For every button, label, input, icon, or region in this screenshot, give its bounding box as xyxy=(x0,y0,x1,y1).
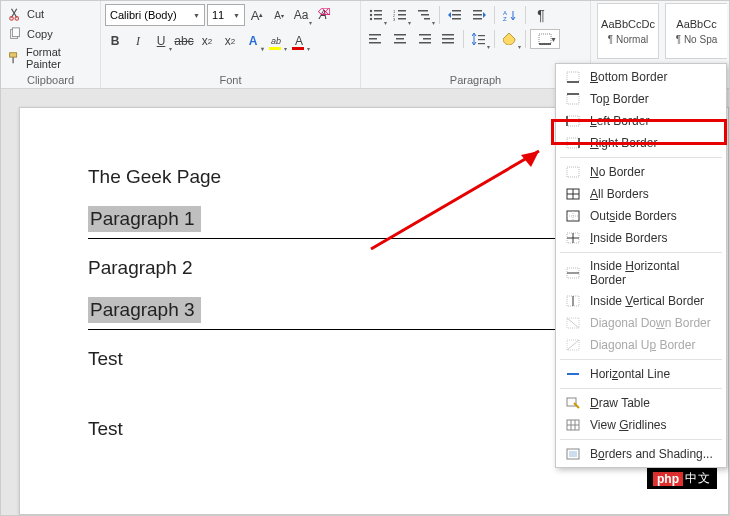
svg-rect-30 xyxy=(369,38,377,40)
menu-inside-borders[interactable]: Inside Borders xyxy=(556,227,726,249)
watermark-cn: 中文 xyxy=(685,470,711,487)
copy-icon xyxy=(7,26,23,42)
svg-rect-20 xyxy=(424,18,430,20)
menu-label: Borders and Shading... xyxy=(590,447,713,461)
underline-button[interactable]: U xyxy=(151,31,171,51)
strikethrough-button[interactable]: abc xyxy=(174,31,194,51)
menu-horizontal-line[interactable]: Horizontal Line xyxy=(556,363,726,385)
multilevel-list-button[interactable] xyxy=(413,5,435,25)
menu-left-border[interactable]: Left Border xyxy=(556,110,726,132)
svg-rect-38 xyxy=(442,34,454,36)
sort-button[interactable]: AZ xyxy=(499,5,521,25)
line-spacing-button[interactable] xyxy=(468,29,490,49)
borders-button[interactable]: ▼ xyxy=(530,29,560,49)
bullets-button[interactable] xyxy=(365,5,387,25)
grow-font-button[interactable]: A▴ xyxy=(247,5,267,25)
borders-shading-icon xyxy=(564,446,582,462)
right-border-icon xyxy=(564,135,582,151)
format-painter-icon xyxy=(7,50,22,66)
decrease-indent-button[interactable] xyxy=(444,5,466,25)
svg-rect-43 xyxy=(478,43,485,44)
menu-draw-table[interactable]: Draw Table xyxy=(556,392,726,414)
svg-rect-52 xyxy=(567,138,579,148)
superscript-button[interactable]: x2 xyxy=(220,31,240,51)
shading-button[interactable] xyxy=(499,29,521,49)
menu-inside-vertical[interactable]: Inside Vertical Border xyxy=(556,290,726,312)
font-name-value: Calibri (Body) xyxy=(110,9,177,21)
style-normal[interactable]: AaBbCcDc ¶ Normal xyxy=(597,3,659,59)
inside-horizontal-icon xyxy=(564,265,582,281)
test-text-1: Test xyxy=(88,348,123,369)
align-center-button[interactable] xyxy=(389,29,411,49)
change-case-button[interactable]: Aa xyxy=(291,5,311,25)
gridlines-icon xyxy=(564,417,582,433)
font-group: Calibri (Body) ▼ 11 ▼ A▴ A▾ Aa A⌫ B I U … xyxy=(101,1,361,88)
top-border-icon xyxy=(564,91,582,107)
style-no-spacing[interactable]: AaBbCc ¶ No Spa xyxy=(665,3,727,59)
paragraph-3-selected: Paragraph 3 xyxy=(88,297,201,323)
menu-label: Top Border xyxy=(590,92,649,106)
menu-top-border[interactable]: Top Border xyxy=(556,88,726,110)
menu-label: No Border xyxy=(590,165,645,179)
svg-rect-3 xyxy=(12,28,19,37)
draw-table-icon xyxy=(564,395,582,411)
font-name-combo[interactable]: Calibri (Body) ▼ xyxy=(105,4,205,26)
clipboard-group: Cut Copy Format Painter Clipboard xyxy=(1,1,101,88)
svg-rect-36 xyxy=(423,38,431,40)
svg-rect-79 xyxy=(569,451,577,457)
menu-label: Left Border xyxy=(590,114,649,128)
left-border-icon xyxy=(564,113,582,129)
svg-rect-33 xyxy=(396,38,404,40)
watermark: php 中文 xyxy=(647,468,717,489)
menu-borders-shading[interactable]: Borders and Shading... xyxy=(556,443,726,465)
svg-rect-13 xyxy=(398,10,406,12)
svg-rect-32 xyxy=(394,34,406,36)
format-painter-button[interactable]: Format Painter xyxy=(5,45,96,71)
menu-no-border[interactable]: No Border xyxy=(556,161,726,183)
chevron-down-icon: ▼ xyxy=(233,12,240,19)
shrink-font-button[interactable]: A▾ xyxy=(269,5,289,25)
justify-button[interactable] xyxy=(437,29,459,49)
svg-rect-7 xyxy=(374,10,382,12)
menu-label: Horizontal Line xyxy=(590,367,670,381)
text-effects-button[interactable]: A xyxy=(243,31,263,51)
menu-label: Outside Borders xyxy=(590,209,677,223)
subscript-button[interactable]: x2 xyxy=(197,31,217,51)
menu-label: Diagonal Up Border xyxy=(590,338,695,352)
menu-all-borders[interactable]: All Borders xyxy=(556,183,726,205)
horizontal-rule xyxy=(88,329,568,330)
watermark-php: php xyxy=(653,472,683,486)
svg-rect-22 xyxy=(452,14,461,16)
menu-right-border[interactable]: Right Border xyxy=(556,132,726,154)
numbering-button[interactable]: 123 xyxy=(389,5,411,25)
copy-button[interactable]: Copy xyxy=(5,25,96,43)
outside-borders-icon xyxy=(564,208,582,224)
cut-icon xyxy=(7,6,23,22)
svg-line-69 xyxy=(567,318,579,328)
menu-view-gridlines[interactable]: View Gridlines xyxy=(556,414,726,436)
svg-point-6 xyxy=(370,10,372,12)
menu-inside-horizontal[interactable]: Inside Horizontal Border xyxy=(556,256,726,290)
highlight-button[interactable]: ab xyxy=(266,31,286,51)
svg-rect-29 xyxy=(369,34,381,36)
menu-bottom-border[interactable]: Bottom Border xyxy=(556,66,726,88)
style-preview: AaBbCc xyxy=(676,18,716,30)
align-left-button[interactable] xyxy=(365,29,387,49)
clear-formatting-button[interactable]: A⌫ xyxy=(313,5,333,25)
menu-label: Inside Horizontal Border xyxy=(590,259,718,287)
svg-rect-23 xyxy=(452,18,461,20)
svg-rect-17 xyxy=(398,18,406,20)
bold-button[interactable]: B xyxy=(105,31,125,51)
font-color-button[interactable]: A xyxy=(289,31,309,51)
svg-rect-15 xyxy=(398,14,406,16)
align-right-button[interactable] xyxy=(413,29,435,49)
show-marks-button[interactable]: ¶ xyxy=(530,5,552,25)
italic-button[interactable]: I xyxy=(128,31,148,51)
font-size-combo[interactable]: 11 ▼ xyxy=(207,4,245,26)
cut-button[interactable]: Cut xyxy=(5,5,96,23)
svg-rect-35 xyxy=(419,34,431,36)
chevron-down-icon: ▼ xyxy=(193,12,200,19)
svg-rect-18 xyxy=(418,10,428,12)
menu-outside-borders[interactable]: Outside Borders xyxy=(556,205,726,227)
increase-indent-button[interactable] xyxy=(468,5,490,25)
